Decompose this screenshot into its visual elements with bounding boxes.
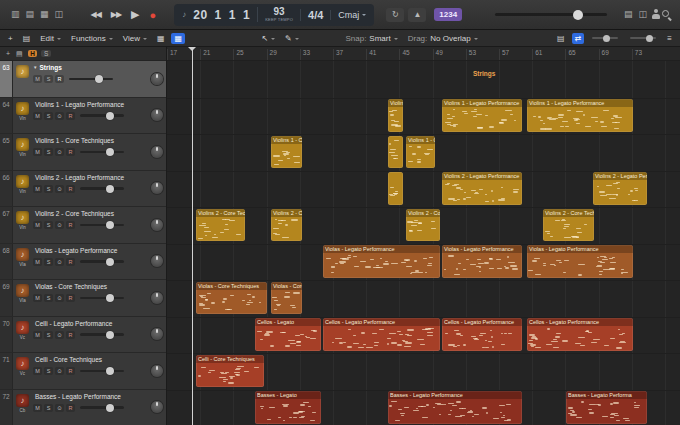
- input-monitor-button[interactable]: ⊙: [55, 112, 64, 120]
- volume-slider-thumb[interactable]: [106, 221, 114, 229]
- inspector-icon[interactable]: ▤: [23, 8, 38, 21]
- midi-region[interactable]: Violas - Legato Performance: [323, 245, 440, 278]
- region-canvas[interactable]: StringsViolins 1 - Legato PerformanceVio…: [167, 61, 680, 425]
- solo-button[interactable]: S: [44, 221, 53, 229]
- solo-button[interactable]: S: [44, 294, 53, 302]
- pan-knob[interactable]: [151, 182, 163, 194]
- mute-button[interactable]: M: [33, 331, 42, 339]
- midi-region[interactable]: Violins 2 - Core Techniques: [543, 209, 594, 242]
- cycle-button[interactable]: ↻: [386, 8, 404, 22]
- input-monitor-button[interactable]: ⊙: [55, 221, 64, 229]
- mute-button[interactable]: M: [33, 404, 42, 412]
- solo-button[interactable]: S: [44, 185, 53, 193]
- horizontal-zoom-slider[interactable]: [592, 37, 618, 39]
- rewind-button[interactable]: ◀◀: [90, 10, 100, 19]
- forward-button[interactable]: ▶▶: [111, 10, 121, 19]
- mute-button[interactable]: M: [33, 185, 42, 193]
- track-header[interactable]: 70 ♪ Vc Celli - Legato Performance M S ⊙…: [0, 317, 166, 354]
- record-enable-button[interactable]: R: [66, 148, 75, 156]
- search-icon[interactable]: [661, 9, 672, 20]
- waveform-zoom-icon[interactable]: ▤: [554, 33, 568, 44]
- volume-slider[interactable]: [80, 333, 124, 336]
- midi-region[interactable]: Basses - Legato Performa: [566, 391, 647, 424]
- input-monitor-button[interactable]: ⊙: [55, 294, 64, 302]
- grid-view-icon[interactable]: ▦: [154, 33, 168, 44]
- add-track-button[interactable]: +: [5, 50, 11, 57]
- zoom-thumb[interactable]: [646, 35, 653, 42]
- browsers-icon[interactable]: ◫: [635, 8, 650, 21]
- record-enable-button[interactable]: R: [66, 404, 75, 412]
- midi-region[interactable]: Violins 2 - Legato Performance: [593, 172, 647, 205]
- metronome-button[interactable]: ▲: [408, 8, 426, 22]
- pan-knob[interactable]: [151, 255, 163, 267]
- midi-region[interactable]: [388, 172, 403, 205]
- view-menu[interactable]: View: [120, 33, 150, 44]
- volume-slider[interactable]: [80, 224, 124, 227]
- master-volume-slider[interactable]: [495, 13, 607, 16]
- solo-button[interactable]: S: [44, 112, 53, 120]
- time-signature-display[interactable]: 4/4: [300, 9, 323, 21]
- mixer-icon[interactable]: ▦: [37, 8, 52, 21]
- midi-region[interactable]: Cellos - Legato Performance: [323, 318, 440, 351]
- pan-knob[interactable]: [151, 401, 163, 413]
- pan-knob[interactable]: [151, 109, 163, 121]
- volume-slider-thumb[interactable]: [106, 367, 114, 375]
- volume-slider[interactable]: [80, 370, 124, 373]
- mute-button[interactable]: M: [33, 75, 42, 83]
- quick-help-icon[interactable]: ▥: [8, 8, 23, 21]
- solo-button[interactable]: S: [44, 367, 53, 375]
- mute-button[interactable]: M: [33, 294, 42, 302]
- solo-button[interactable]: S: [44, 331, 53, 339]
- zoom-thumb[interactable]: [603, 35, 610, 42]
- add-region-button[interactable]: +: [5, 33, 16, 44]
- pan-knob[interactable]: [151, 73, 163, 85]
- midi-region[interactable]: Cellos - Legato: [255, 318, 321, 351]
- midi-region[interactable]: Violins 2 - Legato Performance: [442, 172, 522, 205]
- pan-knob[interactable]: [151, 328, 163, 340]
- volume-slider-thumb[interactable]: [106, 148, 114, 156]
- midi-region[interactable]: Violins 1 - Core Techniques: [406, 136, 435, 169]
- volume-slider-thumb[interactable]: [106, 258, 114, 266]
- user-icon[interactable]: [650, 9, 661, 20]
- disclosure-triangle-icon[interactable]: ▼: [33, 65, 37, 71]
- mute-button[interactable]: M: [33, 258, 42, 266]
- midi-region[interactable]: Violins 1 - Legato Performance: [442, 99, 522, 132]
- catch-playhead-button[interactable]: ⇄: [572, 33, 585, 44]
- track-header[interactable]: 67 ♪ Vln Violins 2 - Core Techniques M S…: [0, 207, 166, 244]
- left-click-tool-menu[interactable]: ↖: [258, 33, 278, 44]
- mute-button[interactable]: M: [33, 367, 42, 375]
- track-header[interactable]: 68 ♪ Vla Violas - Legato Performance M S…: [0, 244, 166, 281]
- record-enable-button[interactable]: R: [66, 294, 75, 302]
- midi-region[interactable]: Violas - Core Techniques: [271, 282, 302, 315]
- smart-controls-icon[interactable]: ◫: [52, 8, 67, 21]
- input-monitor-button[interactable]: ⊙: [55, 331, 64, 339]
- midi-region[interactable]: Violins 1 - Legato Performance: [527, 99, 633, 132]
- volume-slider-thumb[interactable]: [106, 294, 114, 302]
- input-monitor-button[interactable]: ⊙: [55, 148, 64, 156]
- command-click-tool-menu[interactable]: ✎: [282, 33, 302, 44]
- hide-tracks-toggle[interactable]: H: [28, 50, 38, 57]
- midi-region[interactable]: Violins 2 - Core Techniques: [196, 209, 245, 242]
- pan-knob[interactable]: [151, 365, 163, 377]
- midi-region[interactable]: [388, 136, 403, 169]
- solo-button[interactable]: S: [44, 404, 53, 412]
- track-list-icon[interactable]: ▤: [20, 33, 34, 44]
- mute-button[interactable]: M: [33, 221, 42, 229]
- track-header[interactable]: 64 ♪ Vln Violins 1 - Legato Performance …: [0, 98, 166, 135]
- track-header[interactable]: 66 ♪ Vln Violins 2 - Legato Performance …: [0, 171, 166, 208]
- volume-slider[interactable]: [80, 187, 124, 190]
- volume-slider[interactable]: [80, 260, 124, 263]
- list-editors-icon[interactable]: ▤: [621, 8, 636, 21]
- mute-button[interactable]: M: [33, 112, 42, 120]
- midi-region[interactable]: Violas - Core Techniques: [196, 282, 267, 315]
- volume-slider-thumb[interactable]: [106, 404, 114, 412]
- record-enable-button[interactable]: R: [66, 331, 75, 339]
- volume-slider[interactable]: [80, 297, 124, 300]
- midi-region[interactable]: Violins 2 - Core Techniques: [271, 209, 302, 242]
- midi-region[interactable]: Violas - Legato Performance: [527, 245, 633, 278]
- midi-region[interactable]: Basses - Legato Performance: [388, 391, 522, 424]
- record-enable-button[interactable]: R: [55, 75, 64, 83]
- functions-menu[interactable]: Functions: [68, 33, 116, 44]
- key-signature-display[interactable]: Cmaj: [330, 10, 366, 20]
- input-monitor-button[interactable]: ⊙: [55, 404, 64, 412]
